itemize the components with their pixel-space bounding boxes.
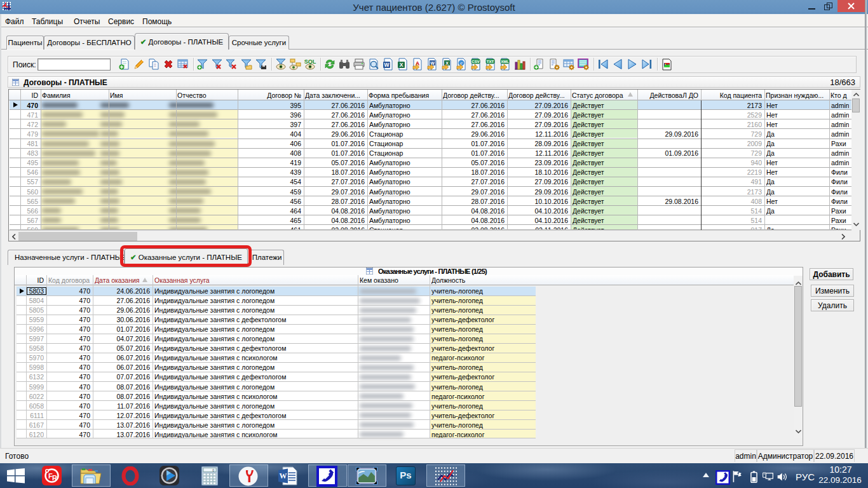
svg-text:R: R bbox=[52, 474, 57, 482]
svg-text:CSV: CSV bbox=[471, 60, 479, 64]
svg-text:0: 0 bbox=[212, 468, 214, 472]
svg-text:W: W bbox=[384, 62, 390, 68]
svg-text:X: X bbox=[400, 62, 403, 68]
svg-text:W: W bbox=[280, 471, 287, 480]
svg-text:SQL: SQL bbox=[304, 58, 316, 65]
svg-text:XML: XML bbox=[501, 60, 509, 64]
svg-text:TXT: TXT bbox=[487, 60, 494, 64]
